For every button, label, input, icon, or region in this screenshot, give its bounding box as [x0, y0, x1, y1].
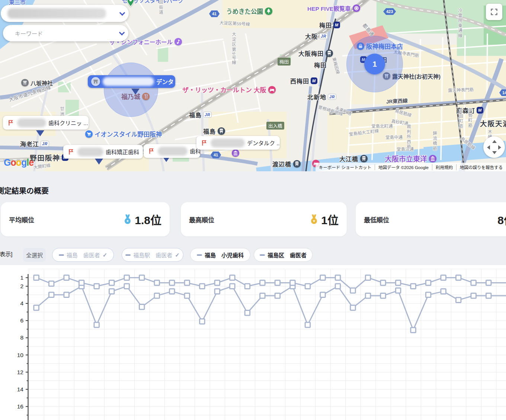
map-pan-control[interactable]	[483, 136, 505, 158]
map-label-text: 冷霊院東通線	[457, 8, 463, 38]
google-logo-letter: e	[29, 157, 33, 168]
rank-data-point[interactable]	[290, 280, 295, 286]
poi-card-label: デンタルク ...	[247, 139, 280, 147]
rank-data-point[interactable]	[365, 293, 371, 298]
rank-data-point[interactable]	[139, 304, 144, 309]
rank-data-point[interactable]	[335, 284, 340, 289]
rank-data-point[interactable]	[185, 280, 190, 286]
legend-line-icon	[260, 254, 265, 256]
rank-data-point[interactable]	[124, 284, 129, 289]
map-label-text: 海老江	[20, 139, 39, 148]
rank-data-point[interactable]	[154, 293, 160, 298]
rank-data-point[interactable]	[170, 280, 175, 286]
rank-data-point[interactable]	[305, 322, 310, 328]
fullscreen-button[interactable]	[486, 4, 502, 20]
rank-data-point[interactable]	[154, 280, 160, 286]
keyword-chip[interactable]: 福島駅 歯医者✓	[122, 248, 183, 262]
competitor-poi-card[interactable]: 歯科矯正歯科	[63, 145, 143, 159]
google-logo-letter: g	[21, 157, 26, 168]
rank-data-point[interactable]	[456, 275, 461, 280]
rank-data-point[interactable]	[411, 328, 416, 333]
bed-icon	[268, 86, 276, 94]
rank-data-point[interactable]	[441, 275, 446, 280]
rank-data-point[interactable]	[486, 293, 491, 298]
rank-data-point[interactable]	[471, 280, 476, 286]
summary-card: 平均順位1.8位	[1, 202, 170, 236]
rank-data-point[interactable]	[260, 280, 265, 286]
rank-data-point[interactable]	[64, 292, 69, 298]
rank-data-point[interactable]	[275, 293, 280, 298]
rank-data-point[interactable]	[245, 284, 250, 289]
rank-data-point[interactable]	[320, 275, 326, 280]
rank-data-point[interactable]	[350, 288, 356, 293]
competitor-poi-card[interactable]: デンタルク ...	[196, 136, 280, 150]
rank-data-point[interactable]	[230, 284, 235, 289]
section-title: 測定結果の概要	[0, 185, 49, 196]
rank-data-point[interactable]	[486, 280, 491, 286]
map-label: 富田町筋	[458, 109, 464, 129]
rank-data-point[interactable]	[395, 288, 401, 293]
select-all-button[interactable]: 全選択	[23, 248, 46, 262]
rank-data-point[interactable]	[79, 280, 84, 286]
google-logo-letter: G	[4, 157, 10, 168]
keyword-chip[interactable]: 福島 歯医者✓	[52, 248, 114, 262]
keyword-chip[interactable]: 福島 小児歯科	[190, 248, 250, 262]
rank-data-point[interactable]	[411, 284, 416, 289]
rank-data-point[interactable]	[215, 280, 220, 286]
rank-data-point[interactable]	[109, 280, 114, 286]
rank-data-point[interactable]	[381, 280, 386, 286]
map-label-text: 福島	[203, 127, 216, 136]
rank-data-point[interactable]	[426, 280, 431, 286]
rank-data-point[interactable]	[305, 284, 310, 289]
check-icon: ✓	[175, 252, 180, 258]
keyword-chip[interactable]: 福島区 歯医者	[254, 248, 313, 262]
rank-data-point[interactable]	[395, 280, 401, 286]
map-label: HEP FIVE観覧車	[307, 4, 361, 12]
rank-data-point[interactable]	[124, 275, 129, 280]
rank-data-point[interactable]	[49, 292, 54, 298]
rank-data-point[interactable]	[215, 289, 220, 294]
rank-data-point[interactable]	[34, 305, 39, 311]
selected-poi-card[interactable]: デンタ ...	[88, 75, 175, 88]
rank-data-point[interactable]	[200, 284, 205, 289]
attribution-link[interactable]: キーボード ショートカット	[316, 164, 375, 170]
google-map[interactable]: 東三市セレッソスタイルパークうめきた公園HEP FIVE観覧車大淀区第59号線田…	[0, 0, 506, 171]
rank-data-point[interactable]	[426, 292, 431, 298]
rank-data-point[interactable]	[64, 275, 69, 280]
rank-data-point[interactable]	[185, 293, 190, 298]
rank-data-point[interactable]	[260, 293, 265, 298]
rank-data-point[interactable]	[94, 322, 99, 328]
keyword-filter-row: [表示] 全選択 福島 歯医者✓福島駅 歯医者✓福島 小児歯科福島区 歯医者	[0, 247, 506, 262]
place-select-input[interactable]	[1, 5, 129, 22]
rank-marker-1[interactable]: 1	[364, 54, 385, 74]
rank-data-point[interactable]	[365, 275, 371, 280]
rank-data-point[interactable]	[245, 311, 250, 316]
competitor-poi-card[interactable]: 歯科クリニッ ...	[3, 116, 89, 130]
rank-data-point[interactable]	[49, 281, 54, 286]
rank-data-point[interactable]	[350, 305, 356, 311]
rank-data-point[interactable]	[381, 293, 386, 298]
attribution-link[interactable]: 利用規約	[432, 164, 456, 170]
rank-data-point[interactable]	[320, 292, 326, 298]
rank-data-point[interactable]	[109, 289, 114, 294]
rank-data-point[interactable]	[335, 275, 340, 280]
store-icon	[91, 77, 100, 86]
attribution-link[interactable]: 地図データ ©2026 Google	[375, 164, 432, 170]
selected-poi-label: デンタ ...	[156, 77, 180, 86]
competitor-poi-card[interactable]: 歯科	[144, 144, 200, 158]
train-icon	[293, 160, 301, 168]
attribution-link[interactable]: 地図の誤りを報告する	[456, 164, 506, 170]
rank-data-point[interactable]	[456, 298, 461, 303]
rank-data-point[interactable]	[170, 289, 175, 294]
rank-data-point[interactable]	[200, 319, 205, 324]
rank-data-point[interactable]	[94, 284, 99, 289]
rank-data-point[interactable]	[139, 275, 144, 280]
keyword-select-input[interactable]: キーワード	[3, 25, 128, 41]
rank-data-point[interactable]	[34, 275, 39, 280]
google-logo-letter: o	[10, 157, 16, 168]
rank-data-point[interactable]	[275, 280, 280, 286]
rank-data-point[interactable]	[230, 275, 235, 280]
rank-data-point[interactable]	[441, 289, 446, 294]
svg-text:14: 14	[17, 386, 24, 392]
rank-data-point[interactable]	[471, 293, 476, 298]
